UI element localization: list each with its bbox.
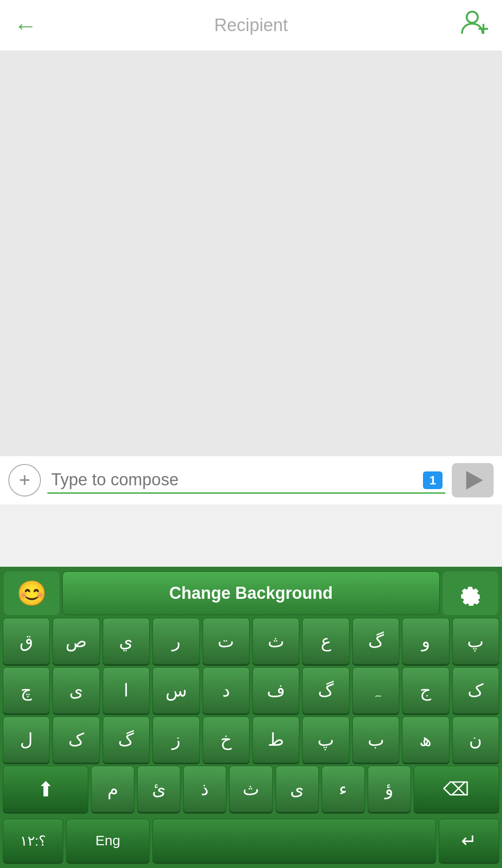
key-mim[interactable]: م [91, 766, 134, 812]
key-ba[interactable]: ب [352, 716, 399, 763]
send-button[interactable] [452, 463, 494, 497]
send-icon [466, 471, 483, 490]
key-hamza[interactable]: ئ [137, 766, 180, 812]
key-ye2[interactable]: ی [276, 766, 319, 812]
keyboard-bottom-row: ۱۲:؟ Eng ↵ [0, 818, 502, 868]
key-jim[interactable]: ج [402, 667, 449, 714]
key-waw2[interactable]: ؤ [368, 766, 411, 812]
key-gim[interactable]: گ [302, 667, 349, 714]
key-ha[interactable]: ہ [352, 667, 399, 714]
key-pe2[interactable]: پ [302, 716, 349, 763]
key-hamza2[interactable]: ء [322, 766, 365, 812]
key-row-2: چ ی ا س د ف گ ہ ج ک [3, 667, 499, 714]
add-contact-button[interactable] [460, 9, 488, 42]
settings-button[interactable] [443, 571, 498, 615]
key-lam[interactable]: ل [3, 716, 50, 763]
key-dal[interactable]: د [203, 667, 250, 714]
key-he[interactable]: ھ [402, 716, 449, 763]
key-che[interactable]: چ [3, 667, 50, 714]
key-ra[interactable]: ر [152, 618, 199, 664]
key-tha[interactable]: ث [252, 618, 299, 664]
emoji-button[interactable]: 😊 [4, 571, 59, 615]
key-tah[interactable]: ط [252, 716, 299, 763]
key-row-4: ⬆ م ئ ذ ث ی ء ؤ ⌫ [3, 766, 499, 812]
key-waw[interactable]: و [402, 618, 449, 664]
change-background-button[interactable]: Change Background [62, 571, 440, 615]
key-gaf[interactable]: گ [352, 618, 399, 664]
enter-key[interactable]: ↵ [439, 819, 499, 862]
key-row-3: ل ک گ ز خ ط پ ب ھ ن [3, 716, 499, 763]
key-zal[interactable]: ذ [183, 766, 226, 812]
key-qaf[interactable]: ق [3, 618, 50, 664]
key-gaf2[interactable]: گ [103, 716, 150, 763]
key-ya[interactable]: ي [103, 618, 150, 664]
keyboard: 😊 Change Background ق ص ي ر ت ث ع گ و پ … [0, 567, 502, 868]
key-sad[interactable]: ص [53, 618, 99, 664]
key-pe[interactable]: پ [452, 618, 499, 664]
compose-input[interactable] [47, 467, 445, 494]
number-key[interactable]: ۱۲:؟ [3, 819, 63, 862]
key-tha2[interactable]: ث [229, 766, 272, 812]
compose-bar: + 1 [0, 456, 502, 504]
key-zain[interactable]: ز [152, 716, 199, 763]
space-key[interactable] [152, 819, 436, 862]
recipient-field[interactable]: Recipient [214, 15, 288, 35]
backspace-button[interactable]: ⌫ [414, 766, 499, 812]
message-count-badge: 1 [423, 471, 443, 489]
add-media-button[interactable]: + [8, 464, 41, 497]
english-key[interactable]: Eng [66, 819, 150, 862]
key-kha[interactable]: خ [203, 716, 250, 763]
back-button[interactable]: ← [14, 14, 37, 37]
svg-point-0 [467, 12, 478, 23]
shift-button[interactable]: ⬆ [3, 766, 88, 812]
key-kaf2[interactable]: ک [53, 716, 99, 763]
key-ye[interactable]: ی [53, 667, 99, 714]
header: ← Recipient [0, 0, 502, 51]
gear-icon [458, 581, 483, 606]
key-row-1: ق ص ي ر ت ث ع گ و پ [3, 618, 499, 664]
key-kaf[interactable]: ک [452, 667, 499, 714]
key-ta[interactable]: ت [203, 618, 250, 664]
key-alef[interactable]: ا [103, 667, 150, 714]
key-fa[interactable]: ف [252, 667, 299, 714]
key-ain[interactable]: ع [302, 618, 349, 664]
compose-input-wrapper: 1 [47, 467, 445, 494]
key-nun[interactable]: ن [452, 716, 499, 763]
chat-area [0, 51, 502, 456]
keyboard-keys: ق ص ي ر ت ث ع گ و پ چ ی ا س د ف گ ہ ج ک … [0, 618, 502, 818]
key-sin[interactable]: س [152, 667, 199, 714]
keyboard-top-row: 😊 Change Background [0, 567, 502, 618]
